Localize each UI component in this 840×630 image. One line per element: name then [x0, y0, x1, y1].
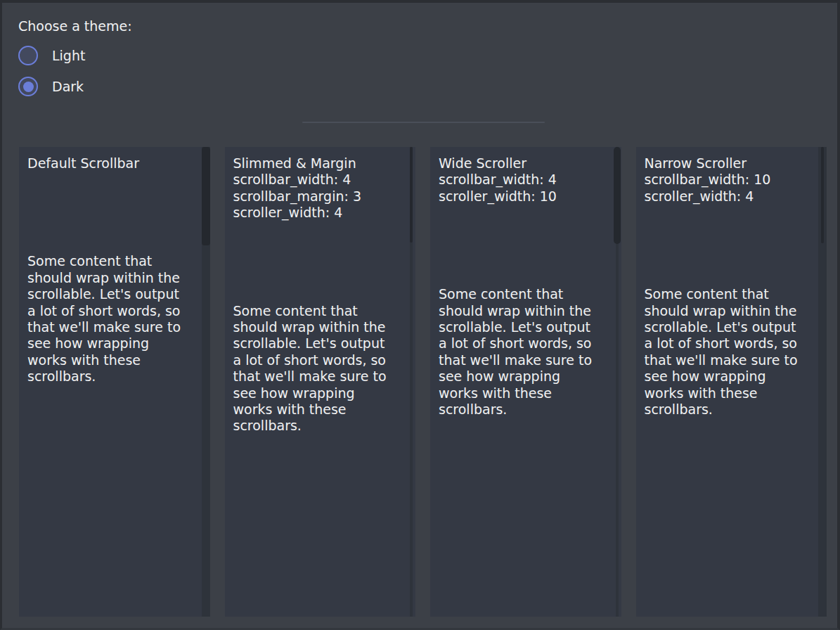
text-line: scrollbar_width: 10 — [645, 172, 818, 188]
text-line: should wrap within the — [233, 319, 406, 335]
panel-scroll-area[interactable]: Wide Scrollerscrollbar_width: 4scroller_… — [430, 147, 621, 426]
scrollbar[interactable] — [613, 147, 621, 617]
text-line: see how wrapping — [439, 368, 612, 385]
section-divider — [302, 122, 545, 123]
panel-scroll-area[interactable]: Slimmed & Marginscrollbar_width: 4scroll… — [225, 147, 416, 443]
text-line: scroller_width: 4 — [233, 205, 406, 221]
text-line: scrollable. Let's output — [645, 319, 818, 335]
panel-content: Some content thatshould wrap within thes… — [27, 253, 200, 385]
text-line: scrollbars. — [27, 368, 200, 385]
text-line: works with these — [645, 385, 818, 401]
radio-option-light[interactable]: Light — [18, 46, 132, 65]
panel-header: Slimmed & Marginscrollbar_width: 4scroll… — [233, 155, 406, 221]
radio-option-dark[interactable]: Dark — [18, 77, 132, 96]
text-line: that we'll make sure to — [27, 319, 200, 335]
text-line: scrollable. Let's output — [27, 286, 200, 302]
text-line: scrollable. Let's output — [439, 319, 612, 335]
text-line: scrollbars. — [645, 401, 818, 418]
text-line: see how wrapping — [233, 385, 406, 401]
radio-label-light: Light — [52, 48, 85, 63]
panel-scroll-area[interactable]: Narrow Scrollerscrollbar_width: 10scroll… — [636, 147, 827, 426]
text-line: Narrow Scroller — [645, 155, 818, 172]
panel-content: Some content thatshould wrap within thes… — [233, 303, 406, 435]
text-line: Wide Scroller — [439, 155, 612, 172]
panel-narrow-scroller[interactable]: Narrow Scrollerscrollbar_width: 10scroll… — [636, 147, 827, 617]
text-line: Some content that — [233, 303, 406, 319]
panel-content: Some content thatshould wrap within thes… — [645, 286, 818, 418]
text-line: Slimmed & Margin — [233, 155, 406, 172]
panel-default-scrollbar[interactable]: Default Scrollbar Some content thatshoul… — [19, 147, 210, 617]
panel-header: Wide Scrollerscrollbar_width: 4scroller_… — [439, 155, 612, 205]
panel-slimmed-margin[interactable]: Slimmed & Marginscrollbar_width: 4scroll… — [225, 147, 416, 617]
panel-header: Narrow Scrollerscrollbar_width: 10scroll… — [645, 155, 818, 205]
radio-input-dark[interactable] — [18, 77, 38, 96]
text-line: scroller_width: 10 — [439, 188, 612, 205]
radio-input-light[interactable] — [18, 46, 38, 65]
text-line: scrollbars. — [233, 418, 406, 434]
text-line: should wrap within the — [27, 270, 200, 286]
text-line: works with these — [233, 401, 406, 418]
radio-selected-dot-icon — [23, 82, 34, 92]
panel-wide-scroller[interactable]: Wide Scrollerscrollbar_width: 4scroller_… — [430, 147, 621, 617]
text-line: Some content that — [645, 286, 818, 302]
radio-label-dark: Dark — [52, 79, 84, 94]
scrollbar[interactable] — [202, 147, 210, 617]
panels-row: Default Scrollbar Some content thatshoul… — [19, 147, 827, 617]
text-line: a lot of short words, so — [233, 352, 406, 368]
scrollbar-thumb[interactable] — [614, 147, 621, 244]
text-line: Some content that — [439, 286, 612, 302]
panel-scroll-area[interactable]: Default Scrollbar Some content thatshoul… — [19, 147, 210, 394]
text-line: see how wrapping — [645, 368, 818, 385]
text-line: scrollbar_width: 4 — [439, 172, 612, 188]
text-line: a lot of short words, so — [27, 303, 200, 319]
text-line: Default Scrollbar — [27, 155, 200, 172]
text-line: that we'll make sure to — [439, 352, 612, 368]
text-line: scrollbar_width: 4 — [233, 172, 406, 188]
text-line: see how wrapping — [27, 335, 200, 352]
panel-content: Some content thatshould wrap within thes… — [439, 286, 612, 418]
text-line: should wrap within the — [645, 303, 818, 319]
text-line: scrollbars. — [439, 401, 612, 418]
text-line: scrollbar_margin: 3 — [233, 188, 406, 205]
scrollbar-thumb[interactable] — [410, 147, 413, 243]
text-line: a lot of short words, so — [439, 335, 612, 352]
text-line: that we'll make sure to — [233, 368, 406, 385]
text-line: scrollable. Let's output — [233, 335, 406, 352]
app-window: Choose a theme: Light Dark Default Scrol… — [0, 0, 840, 630]
text-line: scroller_width: 4 — [645, 188, 818, 205]
scrollbar-thumb[interactable] — [202, 147, 210, 245]
text-line: Some content that — [27, 253, 200, 269]
panel-header: Default Scrollbar — [27, 155, 200, 172]
theme-chooser-label: Choose a theme: — [18, 18, 132, 34]
text-line: should wrap within the — [439, 303, 612, 319]
scrollbar[interactable] — [818, 147, 827, 617]
theme-chooser: Choose a theme: Light Dark — [18, 18, 132, 96]
text-line: works with these — [27, 352, 200, 368]
text-line: that we'll make sure to — [645, 352, 818, 368]
scrollbar[interactable] — [410, 147, 413, 617]
text-line: a lot of short words, so — [645, 335, 818, 352]
scrollbar-thumb[interactable] — [821, 147, 824, 243]
text-line: works with these — [439, 385, 612, 401]
